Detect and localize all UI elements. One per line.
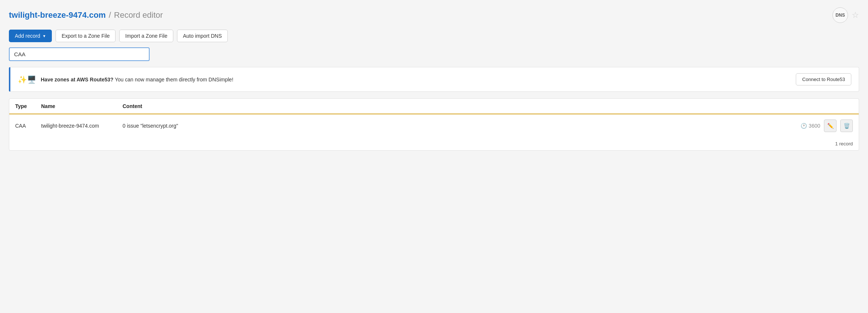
record-content: 0 issue "letsencrypt.org" (117, 114, 785, 137)
add-record-button[interactable]: Add record ▼ (9, 30, 52, 42)
column-header-content: Content (117, 99, 785, 114)
table-row: CAA twilight-breeze-9474.com 0 issue "le… (9, 114, 859, 137)
dns-badge: DNS (832, 7, 848, 23)
connect-to-route53-button[interactable]: Connect to Route53 (796, 73, 851, 85)
records-table-container: Type Name Content CAA twilight-breeze-94… (9, 98, 859, 151)
search-input[interactable] (9, 47, 150, 61)
record-count: 1 record (9, 137, 859, 150)
record-name: twilight-breeze-9474.com (35, 114, 117, 137)
auto-import-dns-button[interactable]: Auto import DNS (177, 30, 228, 42)
banner-text-strong: Have zones at AWS Route53? (41, 77, 113, 83)
banner-text: Have zones at AWS Route53? You can now m… (41, 77, 233, 83)
records-table: Type Name Content CAA twilight-breeze-94… (9, 99, 859, 137)
export-zone-button[interactable]: Export to a Zone File (56, 30, 116, 42)
favorite-icon[interactable]: ☆ (852, 10, 859, 20)
record-ttl: 🕐 3600 (801, 123, 820, 129)
record-actions-cell: 🕐 3600 ✏️ 🗑️ (785, 114, 859, 137)
column-header-type: Type (9, 99, 35, 114)
banner-content: ✨🖥️ Have zones at AWS Route53? You can n… (18, 75, 233, 84)
aws-route53-banner: ✨🖥️ Have zones at AWS Route53? You can n… (9, 67, 859, 92)
delete-record-button[interactable]: 🗑️ (840, 120, 853, 132)
edit-record-button[interactable]: ✏️ (824, 120, 837, 132)
ttl-value: 3600 (809, 123, 820, 129)
column-header-actions (785, 99, 859, 114)
record-type: CAA (9, 114, 35, 137)
add-record-label: Add record (15, 33, 40, 39)
column-header-name: Name (35, 99, 117, 114)
banner-emoji-icon: ✨🖥️ (18, 75, 36, 84)
table-header-row: Type Name Content (9, 99, 859, 114)
banner-text-normal: You can now manage them directly from DN… (113, 77, 233, 83)
breadcrumb: twilight-breeze-9474.com / Record editor (9, 10, 163, 20)
page-header: twilight-breeze-9474.com / Record editor… (9, 7, 859, 23)
dropdown-arrow-icon: ▼ (42, 34, 46, 38)
breadcrumb-section: Record editor (114, 10, 163, 20)
toolbar: Add record ▼ Export to a Zone File Impor… (9, 30, 859, 42)
header-actions: DNS ☆ (832, 7, 859, 23)
clock-icon: 🕐 (801, 123, 807, 129)
breadcrumb-separator: / (109, 10, 111, 20)
import-zone-button[interactable]: Import a Zone File (119, 30, 173, 42)
domain-link[interactable]: twilight-breeze-9474.com (9, 10, 106, 20)
